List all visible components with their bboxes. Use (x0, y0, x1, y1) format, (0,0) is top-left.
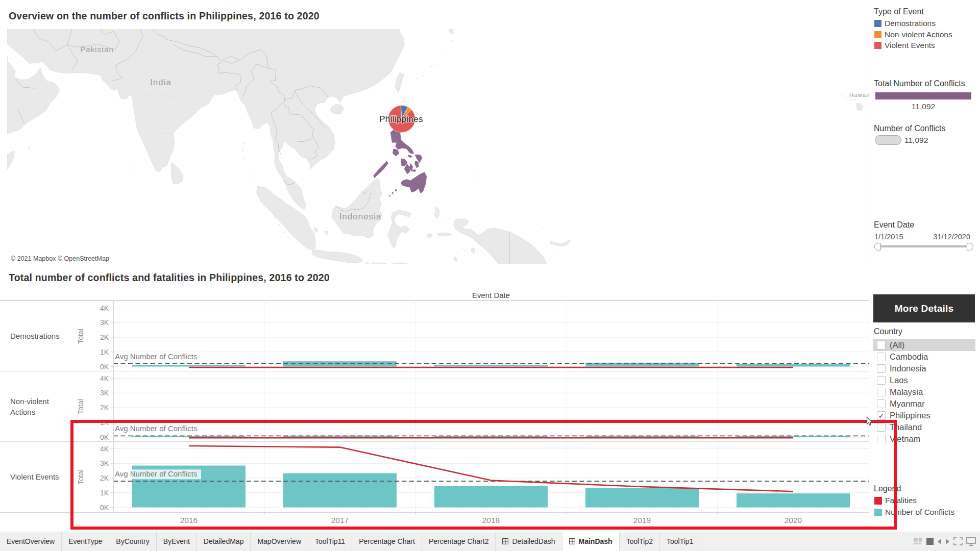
sheet-tab-bar: EventOverviewEventTypeByCountryByEventDe… (0, 532, 980, 551)
decorative-shape (919, 538, 923, 542)
decorative-shape (503, 539, 508, 544)
decorative-shape (946, 539, 949, 544)
dashboard-grid-icon (502, 538, 508, 544)
tab-byevent[interactable]: ByEvent (157, 532, 197, 551)
row-label: Violent Events (10, 472, 59, 481)
country-label: Indonesia (890, 364, 926, 373)
tableau-dashboard: Overview on the number of conflicts in P… (0, 0, 980, 551)
y-axis-title: Total (77, 329, 85, 344)
tab-label: MainDash (579, 537, 612, 545)
tab-eventoverview[interactable]: EventOverview (0, 532, 62, 551)
group (967, 538, 975, 545)
country-label: Philippines (890, 411, 930, 420)
svg-element (569, 538, 575, 544)
group (569, 539, 575, 544)
country-filter-item-cambodia[interactable]: Cambodia (873, 351, 975, 363)
presentation-mode-icon[interactable] (966, 537, 976, 546)
tab-label: EventType (68, 537, 102, 545)
tab-label: MapOverview (257, 537, 301, 545)
y-tick-label: 3K (100, 318, 109, 327)
checkbox-unchecked[interactable] (877, 388, 886, 396)
tab-bar-controls (914, 532, 976, 551)
country-filter-item-all[interactable]: (All) (873, 339, 975, 351)
group (503, 539, 508, 544)
y-axis-title: Total (77, 399, 85, 414)
tab-label: DetailedMap (204, 537, 244, 545)
country-label: Cambodia (890, 352, 928, 362)
previous-sheet-icon[interactable] (937, 539, 942, 544)
row-label: Non-violent (10, 397, 50, 406)
y-tick-label: 4K (100, 374, 109, 383)
y-tick-label: 4K (100, 304, 109, 312)
decorative-shape (569, 539, 575, 544)
tab-percentage-chart2[interactable]: Percentage Chart2 (422, 532, 496, 551)
country-label: (All) (890, 340, 904, 350)
stop-slideshow-icon[interactable] (926, 538, 934, 545)
y-tick-label: 2K (100, 404, 109, 412)
tab-maindash[interactable]: MainDash (562, 532, 620, 551)
decorative-shape (919, 543, 921, 545)
country-label: Myanmar (890, 399, 925, 409)
y-tick-label: 3K (100, 389, 109, 397)
checkbox-unchecked[interactable] (877, 341, 886, 349)
avg-reference-label: Avg Number of Conflicts (115, 352, 197, 361)
checkbox-unchecked[interactable] (877, 399, 886, 408)
y-tick-label: 2K (100, 333, 109, 341)
decorative-shape (926, 538, 934, 545)
more-details-button[interactable]: More Details (873, 294, 975, 322)
fullscreen-icon[interactable] (953, 537, 963, 545)
y-tick-label: 0K (100, 363, 109, 371)
checkbox-unchecked[interactable] (877, 353, 886, 361)
tab-tooltip1[interactable]: ToolTip1 (660, 532, 700, 551)
tab-detaileddash[interactable]: DetailedDash (496, 532, 562, 551)
row-label: Demostrations (10, 332, 60, 340)
tab-tooltip2[interactable]: ToolTip2 (620, 532, 660, 551)
tab-label: Percentage Chart2 (429, 537, 489, 545)
country-filter-item-laos[interactable]: Laos (873, 374, 975, 386)
country-filter-item-malaysia[interactable]: Malaysia (873, 386, 975, 398)
decorative-shape (954, 538, 957, 540)
country-filter-item-myanmar[interactable]: Myanmar (873, 398, 975, 410)
checkbox-unchecked[interactable] (877, 376, 886, 385)
chart-x-field-label: Event Date (472, 291, 510, 299)
svg-element (502, 538, 508, 544)
bar-demostrations-2016[interactable] (132, 365, 246, 366)
bar-demostrations-2018[interactable] (434, 365, 548, 366)
decorative-shape (960, 538, 962, 540)
country-label: Malaysia (890, 387, 923, 397)
group (954, 538, 962, 545)
country-filter-item-indonesia[interactable]: Indonesia (873, 363, 975, 374)
tab-label: ToolTip2 (626, 537, 653, 545)
tab-label: ByEvent (163, 537, 190, 545)
decorative-shape (867, 417, 872, 425)
decorative-shape (960, 543, 962, 545)
y-tick-label: 1K (100, 348, 109, 356)
decorative-shape (914, 543, 916, 545)
checkbox-checked[interactable]: ✓ (877, 411, 886, 420)
bar-demostrations-2020[interactable] (737, 364, 850, 367)
tab-bycountry[interactable]: ByCountry (109, 532, 156, 551)
tab-percentage-chart[interactable]: Percentage Chart (352, 532, 422, 551)
row-label: Actions (10, 408, 35, 416)
mouse-cursor (866, 417, 875, 427)
decorative-shape (916, 543, 918, 545)
tab-label: EventOverview (7, 537, 55, 545)
show-filmstrip-icon[interactable] (914, 538, 923, 545)
next-sheet-icon[interactable] (945, 539, 950, 544)
tab-label: ToolTip1 (667, 537, 693, 545)
country-filter-title: Country (874, 327, 902, 336)
decorative-shape (967, 538, 975, 543)
annotation-rectangle (70, 420, 897, 530)
decorative-shape (938, 539, 941, 544)
country-label: Laos (890, 375, 908, 385)
checkbox-unchecked[interactable] (877, 364, 886, 373)
tab-eventtype[interactable]: EventType (62, 532, 109, 551)
tab-label: ByCountry (116, 537, 149, 545)
tab-label: Percentage Chart (359, 537, 415, 545)
tab-mapoverview[interactable]: MapOverview (251, 532, 308, 551)
tab-tooltip11[interactable]: ToolTip11 (308, 532, 352, 551)
tab-detailedmap[interactable]: DetailedMap (197, 532, 251, 551)
tab-label: DetailedDash (512, 537, 555, 545)
decorative-shape (914, 538, 918, 542)
decorative-shape (954, 543, 957, 545)
